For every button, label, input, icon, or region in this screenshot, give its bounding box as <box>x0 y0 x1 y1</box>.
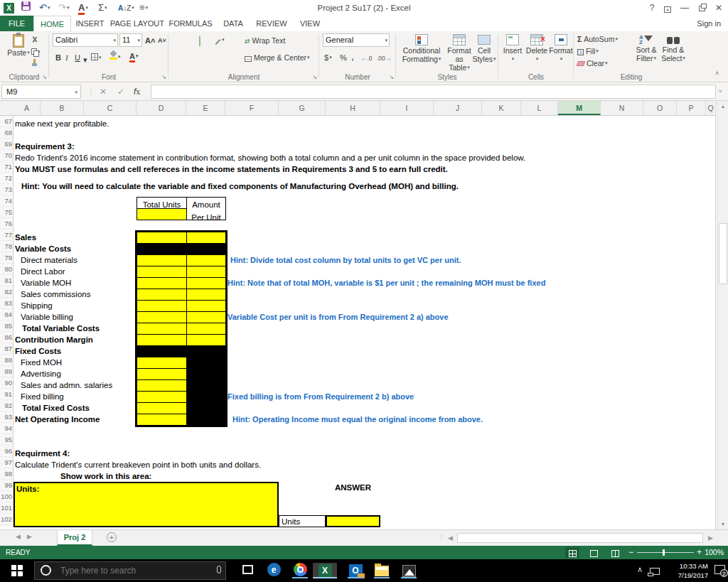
input-cell[interactable] <box>136 289 187 301</box>
row-header[interactable]: 69 <box>0 139 12 150</box>
font-size-combo[interactable]: 11▾ <box>119 33 142 47</box>
column-header[interactable]: G <box>279 101 326 115</box>
clock[interactable]: 10:33 AM 7/19/2017 <box>663 561 708 580</box>
row-header[interactable]: 78 <box>0 241 12 252</box>
microphone-icon[interactable] <box>217 566 221 573</box>
column-header[interactable]: D <box>136 101 186 115</box>
input-cell[interactable] <box>136 368 187 380</box>
column-header[interactable]: B <box>41 101 84 115</box>
row-header[interactable]: 102 <box>0 514 12 525</box>
tab-review[interactable]: REVIEW <box>251 16 292 31</box>
action-center-icon[interactable]: 2 <box>714 564 725 577</box>
vertical-scroll-thumb[interactable] <box>719 223 727 284</box>
row-header[interactable]: 99 <box>0 480 12 491</box>
copy-button[interactable]: ▾ <box>31 47 41 57</box>
page-break-view-button[interactable] <box>608 547 622 558</box>
black-cell[interactable] <box>186 414 226 426</box>
italic-button[interactable]: I <box>65 53 68 63</box>
fill-color-button[interactable]: ▾ <box>109 51 121 62</box>
photos-icon[interactable] <box>398 563 419 578</box>
taskbar-search-box[interactable] <box>34 561 226 580</box>
conditional-formatting-button[interactable]: ConditionalFormatting▾ <box>400 33 444 63</box>
orientation-button[interactable]: ▾ <box>215 35 225 45</box>
row-header[interactable]: 101 <box>0 502 12 514</box>
input-cell[interactable] <box>136 266 187 278</box>
row-header[interactable]: 95 <box>0 434 12 446</box>
sheet-tab-proj2[interactable]: Proj 2 <box>57 530 92 546</box>
zoom-out-button[interactable]: − <box>628 546 633 559</box>
cancel-formula-button[interactable]: ✕ <box>100 85 107 99</box>
collapse-ribbon-button[interactable]: ˄ <box>715 68 719 78</box>
font-launcher[interactable]: ↘ <box>161 74 166 80</box>
hscroll-right-icon[interactable]: ▶ <box>708 534 713 541</box>
black-cell[interactable] <box>186 368 226 380</box>
row-header[interactable]: 100 <box>0 491 12 502</box>
tab-page-layout[interactable]: PAGE LAYOUT <box>109 16 166 31</box>
sign-in-link[interactable]: Sign in <box>697 16 721 31</box>
row-header[interactable]: 97 <box>0 457 12 468</box>
column-header[interactable]: L <box>521 101 558 115</box>
row-header[interactable]: 70 <box>0 150 12 161</box>
enter-formula-button[interactable]: ✓ <box>117 85 124 99</box>
work-area-cell[interactable]: Units: <box>14 482 279 527</box>
search-input[interactable] <box>59 562 201 579</box>
scroll-up-icon[interactable]: ▲ <box>719 104 727 109</box>
autosum-button[interactable]: Σ AutoSum▾ <box>577 34 618 44</box>
row-header[interactable]: 88 <box>0 355 12 366</box>
input-cell[interactable] <box>136 402 187 414</box>
input-cell[interactable] <box>136 414 187 426</box>
column-header[interactable]: E <box>186 101 225 115</box>
format-as-table-button[interactable]: Format asTable▾ <box>445 33 473 72</box>
units-answer-cell[interactable] <box>326 515 380 527</box>
input-cell[interactable] <box>136 323 187 335</box>
row-header[interactable]: 77 <box>0 230 12 241</box>
input-cell[interactable] <box>136 300 187 312</box>
row-header[interactable]: 87 <box>0 343 12 355</box>
font-color-ribbon-button[interactable]: A▾ <box>129 51 138 61</box>
merge-center-button[interactable]: ↔ Merge & Center▾ <box>245 53 310 63</box>
task-view-button[interactable] <box>237 563 258 578</box>
number-format-combo[interactable]: General▾ <box>323 33 390 47</box>
table-header-cell[interactable]: Total Units <box>136 197 187 209</box>
input-cell[interactable] <box>136 334 187 346</box>
row-header[interactable]: 76 <box>0 218 12 230</box>
tab-home[interactable]: HOME <box>33 16 71 31</box>
network-icon[interactable] <box>650 565 660 578</box>
black-cell[interactable] <box>186 402 226 414</box>
column-header[interactable]: P <box>677 101 706 115</box>
row-header[interactable]: 86 <box>0 332 12 343</box>
column-header[interactable]: N <box>601 101 643 115</box>
zoom-in-button[interactable]: + <box>697 546 702 559</box>
alignment-launcher[interactable]: ↘ <box>312 74 317 80</box>
name-box[interactable]: M9▾ <box>1 85 81 99</box>
underline-button[interactable]: U <box>75 53 80 63</box>
edge-icon[interactable]: e <box>263 563 284 578</box>
column-header[interactable]: K <box>482 101 521 115</box>
column-header[interactable]: A <box>14 101 41 115</box>
clear-button[interactable]: Clear▾ <box>577 58 608 68</box>
input-cell[interactable] <box>136 311 187 323</box>
input-cell[interactable] <box>136 254 187 266</box>
tab-data[interactable]: DATA <box>215 16 251 31</box>
input-cell[interactable] <box>186 266 226 278</box>
tab-file[interactable]: FILE <box>0 16 33 31</box>
row-header[interactable]: 74 <box>0 195 12 207</box>
page-layout-view-button[interactable] <box>587 547 601 558</box>
delete-cells-button[interactable]: × Delete▾ <box>525 33 549 63</box>
input-cell[interactable] <box>186 254 226 266</box>
row-header[interactable]: 92 <box>0 400 12 411</box>
tab-insert[interactable]: INSERT <box>71 16 109 31</box>
units-label-cell[interactable]: Units <box>279 515 326 527</box>
format-cells-button[interactable]: Format▾ <box>549 33 573 63</box>
format-painter-button[interactable] <box>31 58 38 68</box>
decrease-decimal-button[interactable]: .00→ <box>377 53 391 63</box>
percent-button[interactable]: % <box>340 53 347 63</box>
clipboard-launcher[interactable]: ↘ <box>42 74 47 80</box>
row-header[interactable]: 79 <box>0 252 12 264</box>
input-cell[interactable] <box>136 232 187 244</box>
input-cell[interactable] <box>186 300 226 312</box>
increase-decimal-button[interactable]: ←.0 <box>361 53 373 63</box>
sheet-nav-right-icon[interactable]: ▶ <box>27 533 32 540</box>
tab-view[interactable]: VIEW <box>292 16 328 31</box>
black-row-cell[interactable] <box>136 243 226 255</box>
